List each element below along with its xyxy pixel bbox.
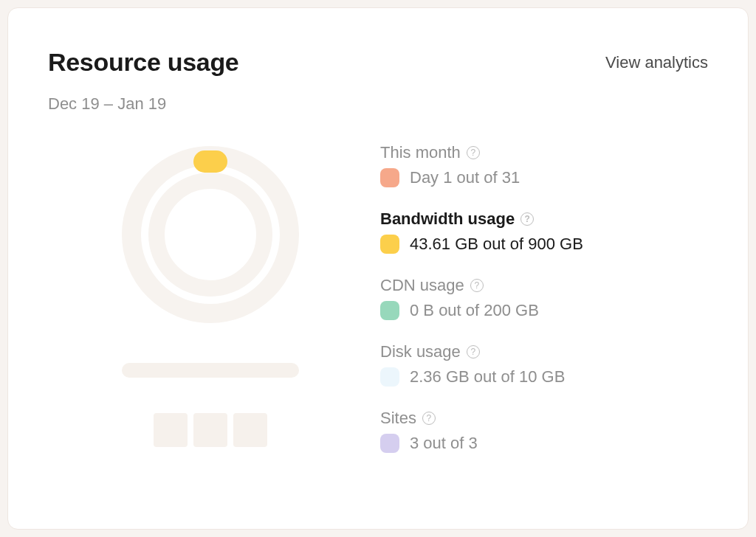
metric-value-row: 43.61 GB out of 900 GB [380, 235, 708, 254]
block-placeholder [193, 413, 227, 447]
metric-label-row: Sites ? [380, 409, 708, 428]
donut-center [181, 205, 240, 264]
metric-label: This month [380, 143, 461, 162]
metric-bandwidth: Bandwidth usage ? 43.61 GB out of 900 GB [380, 209, 708, 254]
metric-label-row: Disk usage ? [380, 342, 708, 361]
date-range: Dec 19 – Jan 19 [48, 94, 708, 114]
metric-value: Day 1 out of 31 [410, 168, 520, 187]
metric-label-row: Bandwidth usage ? [380, 209, 708, 229]
metric-value-row: 2.36 GB out of 10 GB [380, 367, 708, 387]
metric-sites: Sites ? 3 out of 3 [380, 409, 708, 453]
metric-cdn: CDN usage ? 0 B out of 200 GB [380, 276, 708, 320]
block-placeholder [233, 413, 267, 447]
metric-value: 3 out of 3 [410, 434, 478, 453]
view-analytics-link[interactable]: View analytics [605, 53, 708, 72]
metric-value: 2.36 GB out of 10 GB [410, 367, 565, 387]
metric-label-row: CDN usage ? [380, 276, 708, 295]
help-icon[interactable]: ? [467, 146, 480, 159]
card-body: This month ? Day 1 out of 31 Bandwidth u… [48, 143, 708, 475]
metrics-column: This month ? Day 1 out of 31 Bandwidth u… [373, 143, 708, 475]
card-title: Resource usage [48, 48, 238, 77]
metric-value-row: 0 B out of 200 GB [380, 301, 708, 320]
metric-value-row: 3 out of 3 [380, 434, 708, 453]
swatch-icon [380, 434, 399, 453]
help-icon[interactable]: ? [520, 212, 534, 226]
block-placeholder [154, 413, 188, 447]
chart-column [48, 143, 373, 475]
swatch-icon [380, 168, 399, 187]
help-icon[interactable]: ? [470, 279, 484, 292]
swatch-icon [380, 301, 399, 320]
swatch-icon [380, 367, 399, 387]
metric-disk: Disk usage ? 2.36 GB out of 10 GB [380, 342, 708, 387]
metric-label: Bandwidth usage [380, 209, 515, 229]
metric-value: 43.61 GB out of 900 GB [410, 235, 583, 254]
card-header: Resource usage View analytics [48, 48, 708, 77]
metric-label: Disk usage [380, 342, 461, 361]
metric-label: CDN usage [380, 276, 464, 295]
help-icon[interactable]: ? [467, 345, 480, 358]
donut-bandwidth-arc [193, 150, 227, 173]
swatch-icon [380, 235, 399, 254]
metric-value-row: Day 1 out of 31 [380, 168, 708, 187]
metric-value: 0 B out of 200 GB [410, 301, 539, 320]
block-placeholders [154, 413, 267, 447]
metric-label-row: This month ? [380, 143, 708, 162]
resource-usage-card: Resource usage View analytics Dec 19 – J… [7, 7, 749, 530]
usage-donut-chart [122, 146, 299, 323]
bar-placeholder [122, 363, 299, 378]
metric-label: Sites [380, 409, 416, 428]
help-icon[interactable]: ? [422, 412, 436, 425]
metric-this-month: This month ? Day 1 out of 31 [380, 143, 708, 187]
